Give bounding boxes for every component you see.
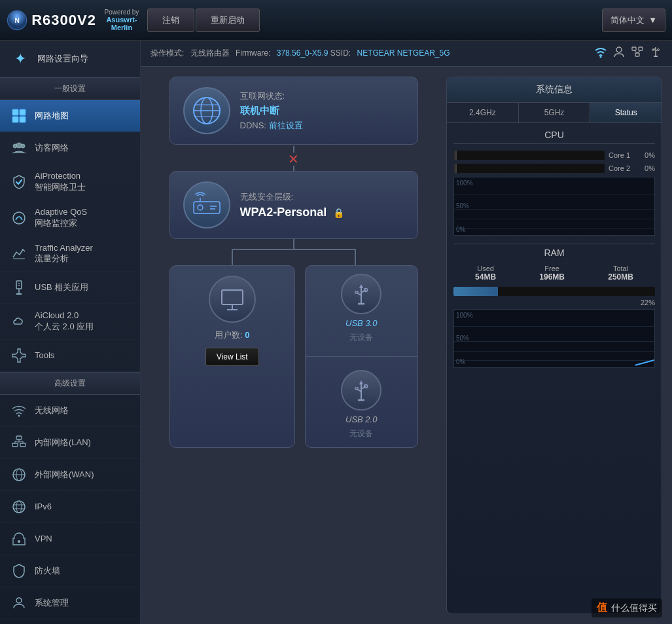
- ram-bar-fill: [453, 287, 498, 296]
- svg-point-31: [18, 540, 20, 543]
- clients-node: 用户数: 0 View List: [169, 265, 296, 448]
- svg-rect-5: [20, 117, 26, 122]
- firmware-label: Firmware:: [236, 48, 270, 58]
- aiprotection-label: AiProtection智能网络卫士: [35, 171, 86, 193]
- ram-graph-0-label: 0%: [456, 358, 465, 365]
- tab-24ghz[interactable]: 2.4GHz: [447, 103, 519, 122]
- content-body: 互联网状态: 联机中断 DDNS: 前往设置 ✕: [141, 67, 672, 624]
- cpu-graph: 100% 50% 0%: [453, 177, 655, 236]
- svg-point-7: [13, 144, 17, 148]
- usb-apps-label: USB 相关应用: [35, 282, 88, 293]
- tab-5ghz[interactable]: 5GHz: [519, 103, 591, 122]
- firewall-icon: [10, 562, 28, 580]
- traffic-analyzer-icon: [10, 244, 28, 263]
- watermark-icon: 值: [597, 601, 607, 615]
- ram-stats: Used 54MB Free 196MB Total 250MB: [453, 265, 655, 282]
- usb20-label: USB 2.0: [345, 414, 377, 424]
- internet-node: 互联网状态: 联机中断 DDNS: 前往设置: [169, 77, 418, 145]
- ram-free-label: Free: [539, 265, 565, 272]
- sidebar-item-vpn[interactable]: VPN: [0, 523, 140, 555]
- user-status-icon: [612, 46, 626, 61]
- usb30-label: USB 3.0: [345, 318, 377, 328]
- ram-bar-container: [453, 287, 655, 296]
- tools-icon: [10, 346, 28, 365]
- ram-used-stat: Used 54MB: [475, 265, 496, 282]
- svg-point-16: [18, 415, 20, 417]
- sidebar-item-aicloud[interactable]: AiCloud 2.0个人云 2.0 应用: [0, 304, 140, 340]
- ddns-info: DDNS: 前往设置: [240, 120, 303, 132]
- firmware-value[interactable]: 378.56_0-X5.9: [277, 48, 328, 58]
- lock-icon: 🔒: [333, 208, 344, 218]
- network-map-panel: 互联网状态: 联机中断 DDNS: 前往设置 ✕: [150, 77, 436, 614]
- sysinfo-tabs: 2.4GHz 5GHz Status: [447, 103, 662, 123]
- sidebar-item-guest-network[interactable]: 访客网络: [0, 132, 140, 164]
- aicloud-icon: [10, 312, 28, 331]
- admin-label: 系统管理: [35, 598, 69, 609]
- cpu-graph-50-label: 50%: [456, 202, 469, 210]
- ram-total-value: 250MB: [608, 272, 633, 282]
- internet-status-value: 联机中断: [240, 105, 303, 117]
- wireless-icon: [10, 401, 28, 420]
- wan-label: 外部网络(WAN): [35, 469, 94, 481]
- ram-section-title: RAM: [453, 244, 655, 258]
- sidebar-item-wireless[interactable]: 无线网络: [0, 395, 140, 427]
- svg-rect-64: [355, 291, 358, 293]
- sidebar-item-wan[interactable]: 外部网络(WAN): [0, 459, 140, 491]
- ssid-5g-value[interactable]: NETGEAR_5G: [397, 48, 450, 58]
- usb-node: USB 3.0 无设备: [305, 265, 418, 448]
- watermark: 值 什么值得买: [592, 598, 662, 617]
- ipv6-icon: [10, 498, 28, 516]
- language-selector[interactable]: 简体中文 ▼: [602, 9, 665, 32]
- sysinfo-body: CPU Core 1 0% Core 2 0%: [447, 123, 662, 614]
- powered-by-label: Powered by: [103, 9, 141, 16]
- sidebar-item-setup-wizard[interactable]: ✦ 网路设置向导: [0, 41, 140, 77]
- sidebar-item-tools[interactable]: Tools: [0, 340, 140, 372]
- sidebar-item-traffic-analyzer[interactable]: Traffic Analyzer流量分析: [0, 236, 140, 272]
- powered-by: Powered by Asuswrt-Merlin: [103, 9, 141, 31]
- sidebar-item-network-map[interactable]: 网路地图: [0, 100, 140, 132]
- sidebar-item-firewall[interactable]: 防火墙: [0, 555, 140, 587]
- ram-graph-50-label: 50%: [456, 335, 469, 342]
- ddns-link[interactable]: 前往设置: [269, 120, 303, 130]
- svg-point-52: [198, 205, 203, 210]
- svg-rect-4: [12, 117, 18, 122]
- svg-rect-17: [16, 436, 22, 439]
- branch-connector: [169, 239, 418, 265]
- svg-rect-35: [632, 47, 636, 50]
- sidebar-item-adaptive-qos[interactable]: Adaptive QoS网络监控家: [0, 200, 140, 236]
- cpu-core1-fill: [453, 151, 457, 160]
- reboot-button[interactable]: 重新启动: [196, 9, 260, 32]
- ram-used-label: Used: [475, 265, 496, 272]
- ram-used-value: 54MB: [475, 272, 496, 282]
- svg-point-33: [600, 56, 602, 58]
- router-node: 无线安全层级: WPA2-Personal 🔒: [169, 171, 418, 239]
- internet-status-title: 互联网状态:: [240, 90, 303, 102]
- svg-point-32: [16, 598, 22, 603]
- powered-by-brand: Asuswrt-Merlin: [103, 16, 141, 31]
- lan-label: 内部网络(LAN): [35, 437, 91, 449]
- internet-node-icon: [183, 87, 230, 134]
- ssid-value[interactable]: NETGEAR: [357, 48, 395, 58]
- sidebar-item-aiprotection[interactable]: AiProtection智能网络卫士: [0, 164, 140, 200]
- wifi-status-icon: [594, 46, 607, 61]
- guest-network-label: 访客网络: [35, 143, 69, 154]
- mode-label: 操作模式:: [150, 48, 184, 58]
- sidebar-item-lan[interactable]: 内部网络(LAN): [0, 427, 140, 459]
- connection-broken-icon: ✕: [288, 153, 299, 166]
- ram-bar-track: [453, 287, 655, 296]
- sidebar-item-admin[interactable]: 系统管理: [0, 587, 140, 619]
- sidebar-item-ipv6[interactable]: IPv6: [0, 491, 140, 523]
- sidebar-item-usb-apps[interactable]: USB 相关应用: [0, 272, 140, 304]
- status-bar: 操作模式: 无线路由器 Firmware: 378.56_0-X5.9 SSID…: [141, 41, 672, 67]
- traffic-analyzer-label: Traffic Analyzer流量分析: [35, 243, 93, 265]
- view-list-button[interactable]: View List: [205, 348, 259, 366]
- logout-button[interactable]: 注销: [147, 9, 194, 32]
- clients-node-icon: [209, 276, 256, 323]
- tools-label: Tools: [35, 350, 54, 361]
- sidebar: ✦ 网路设置向导 一般设置 网路地图: [0, 41, 141, 624]
- ipv6-label: IPv6: [35, 502, 52, 513]
- router-node-icon: [183, 181, 230, 229]
- tab-status[interactable]: Status: [590, 103, 662, 122]
- cpu-core1-pct: 0%: [639, 151, 655, 159]
- cpu-core2-fill: [453, 164, 457, 173]
